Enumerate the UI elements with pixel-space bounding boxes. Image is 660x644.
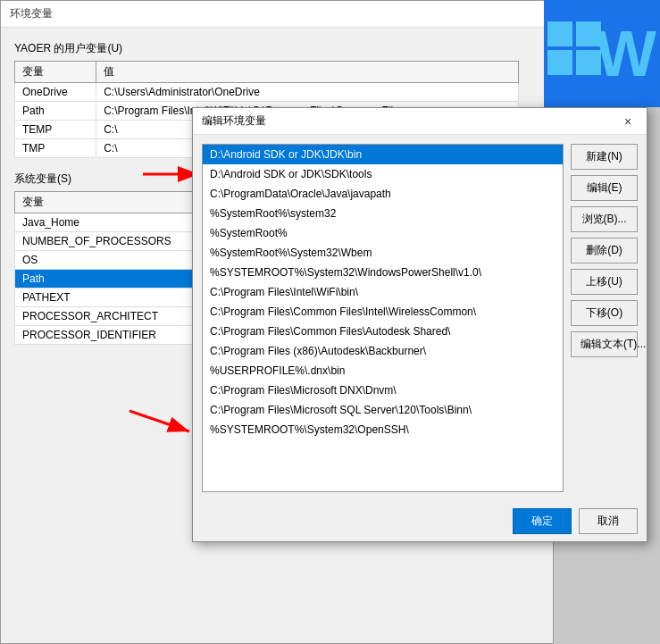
path-list-item[interactable]: %USERPROFILE%\.dnx\bin: [203, 361, 563, 381]
path-list-item[interactable]: C:\Program Files (x86)\Autodesk\Backburn…: [203, 341, 563, 361]
modal-title: 编辑环境变量: [202, 113, 266, 129]
user-table-header-val: 值: [96, 62, 519, 83]
user-var-name: Path: [15, 102, 96, 121]
path-list[interactable]: D:\Android SDK or JDK\JDK\binD:\Android …: [202, 144, 564, 492]
user-table-row[interactable]: OneDriveC:\Users\Administrator\OneDrive: [15, 83, 519, 102]
modal-titlebar: 编辑环境变量 ×: [193, 108, 647, 135]
browse-button[interactable]: 浏览(B)...: [571, 206, 638, 232]
edit-env-var-modal: 编辑环境变量 × D:\Android SDK or JDK\JDK\binD:…: [192, 107, 647, 542]
user-var-name: TMP: [15, 139, 96, 158]
new-button[interactable]: 新建(N): [571, 144, 638, 170]
win-letter: W: [596, 21, 656, 86]
modal-close-button[interactable]: ×: [618, 112, 638, 131]
user-var-name: OneDrive: [15, 83, 96, 102]
bg-window-title-text: 环境变量: [10, 6, 53, 21]
path-list-item[interactable]: C:\Program Files\Microsoft SQL Server\12…: [203, 400, 563, 420]
modal-body: D:\Android SDK or JDK\JDK\binD:\Android …: [193, 135, 647, 501]
path-list-item[interactable]: C:\Program Files\Common Files\Intel\Wire…: [203, 302, 563, 322]
windows-logo-area: W: [544, 0, 660, 107]
user-table-header-var: 变量: [15, 62, 96, 83]
bg-window-titlebar: 环境变量: [1, 1, 553, 28]
path-list-item[interactable]: D:\Android SDK or JDK\SDK\tools: [203, 164, 563, 184]
user-section-label: YAOER 的用户变量(U): [14, 41, 539, 56]
move-down-button[interactable]: 下移(O): [571, 300, 638, 326]
path-list-item[interactable]: C:\Program Files\Microsoft DNX\Dnvm\: [203, 381, 563, 400]
modal-action-buttons: 新建(N) 编辑(E) 浏览(B)... 删除(D) 上移(U) 下移(O) 编…: [571, 144, 638, 492]
path-list-item[interactable]: C:\ProgramData\Oracle\Java\javapath: [203, 184, 563, 204]
path-list-item[interactable]: %SYSTEMROOT%\System32\OpenSSH\: [203, 420, 563, 439]
path-list-item[interactable]: C:\Program Files\Common Files\Autodesk S…: [203, 322, 563, 341]
ok-button[interactable]: 确定: [513, 508, 572, 534]
path-list-item[interactable]: %SystemRoot%\System32\Wbem: [203, 243, 563, 263]
user-var-name: TEMP: [15, 121, 96, 139]
win-tile-bl: [547, 50, 572, 75]
move-up-button[interactable]: 上移(U): [571, 269, 638, 295]
win-tile-tl: [547, 21, 572, 46]
user-var-value: C:\Users\Administrator\OneDrive: [96, 83, 519, 102]
edit-button[interactable]: 编辑(E): [571, 175, 638, 201]
modal-footer: 确定 取消: [193, 501, 647, 541]
path-list-item[interactable]: %SystemRoot%\system32: [203, 204, 563, 223]
path-list-item[interactable]: C:\Program Files\Intel\WiFi\bin\: [203, 282, 563, 302]
delete-button[interactable]: 删除(D): [571, 238, 638, 263]
cancel-button[interactable]: 取消: [579, 508, 638, 534]
path-list-item[interactable]: %SYSTEMROOT%\System32\WindowsPowerShell\…: [203, 263, 563, 282]
edit-text-button[interactable]: 编辑文本(T)...: [571, 331, 638, 357]
path-list-item[interactable]: D:\Android SDK or JDK\JDK\bin: [203, 145, 563, 164]
windows-logo: W: [547, 21, 656, 86]
path-list-item[interactable]: %SystemRoot%: [203, 223, 563, 243]
win-logo-left-col: [547, 21, 572, 86]
